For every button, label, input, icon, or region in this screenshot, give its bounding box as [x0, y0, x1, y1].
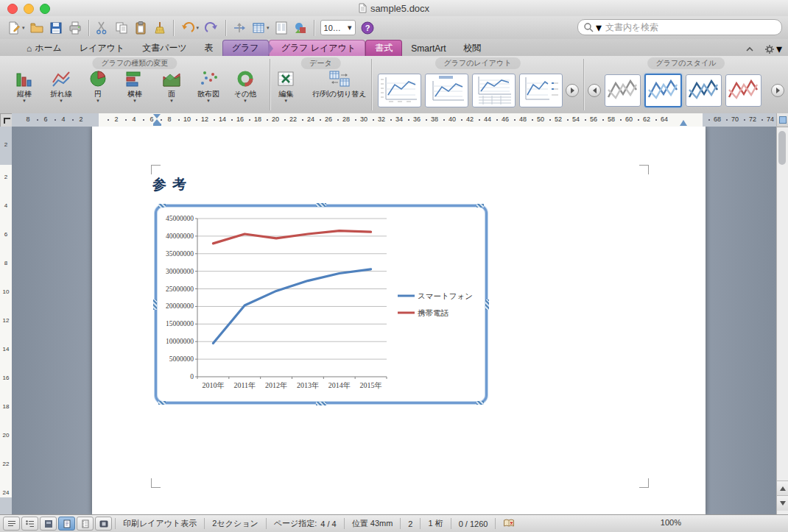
margin-crop-mark — [639, 478, 649, 488]
zoom-select[interactable]: 10…▾ — [320, 20, 356, 35]
svg-text:45000000: 45000000 — [166, 215, 194, 222]
chart-type-bar-button[interactable]: 横棒▼ — [116, 69, 153, 103]
excel-edit-icon — [276, 69, 295, 88]
tab-tables[interactable]: 表 — [196, 40, 222, 56]
chart-type-scatter-button[interactable]: 散布図▼ — [190, 69, 227, 103]
gear-menu-button[interactable]: ▾ — [764, 42, 782, 56]
svg-text:2013年: 2013年 — [297, 381, 319, 389]
chart-handle-bottom[interactable] — [316, 402, 326, 405]
chart-handle-corner[interactable] — [158, 401, 166, 405]
document-heading[interactable]: 参考 — [152, 175, 192, 194]
redo-button[interactable] — [201, 18, 222, 38]
help-button[interactable]: ? — [358, 18, 377, 38]
status-word-count[interactable]: 0 / 1260 — [451, 518, 496, 529]
navigation-button[interactable] — [230, 18, 249, 38]
chart-style-thumb-4[interactable] — [725, 74, 761, 107]
chart-layout-thumb-1[interactable] — [378, 74, 421, 107]
search-scope-arrow[interactable]: ▾ — [596, 21, 602, 35]
chart-type-line-button[interactable]: 折れ線▼ — [43, 69, 80, 103]
view-notebook-button[interactable] — [77, 517, 94, 531]
view-publishing-button[interactable] — [40, 517, 57, 531]
document-area: 参考 0500000010000000150000002000000025000… — [12, 127, 777, 515]
media-browser-button[interactable] — [291, 18, 310, 38]
vertical-scrollbar — [776, 113, 788, 515]
tab-format[interactable]: 書式 — [365, 40, 402, 56]
tab-chart-layout[interactable]: グラフ レイアウト — [269, 40, 366, 56]
status-sections: 2セクション — [204, 518, 265, 529]
chart-handle-corner[interactable] — [476, 204, 484, 208]
cut-button[interactable] — [93, 18, 112, 38]
chart-style-thumb-2-selected[interactable] — [644, 74, 682, 107]
chart-layout-thumb-3[interactable] — [472, 74, 516, 107]
status-position: 位置 43mm — [344, 518, 401, 529]
chart-style-thumb-1[interactable] — [605, 74, 641, 107]
chart-type-column-button[interactable]: 縦棒▼ — [6, 69, 43, 103]
group-chart-style: グラフのスタイル — [584, 56, 788, 113]
svg-text:?: ? — [365, 24, 370, 32]
view-print-layout-button[interactable] — [58, 517, 75, 531]
chart-type-pie-button[interactable]: 円▼ — [80, 69, 116, 103]
switch-row-column-button[interactable]: 行/列の切り替え — [307, 69, 371, 99]
svg-text:20000000: 20000000 — [166, 302, 194, 310]
group-chart-layout: グラフのレイアウト — [372, 56, 583, 113]
scrollbar-thumb[interactable] — [778, 131, 786, 165]
copy-button[interactable] — [112, 18, 131, 38]
svg-text:スマートフォン: スマートフォン — [418, 292, 473, 300]
status-line: 2 — [400, 518, 420, 529]
chart-type-other-button[interactable]: その他▼ — [227, 69, 264, 103]
scroll-up-button[interactable] — [777, 480, 788, 496]
chart-type-area-button[interactable]: 面▼ — [153, 69, 190, 103]
format-painter-button[interactable] — [150, 18, 169, 38]
chart-canvas: 0500000010000000150000002000000025000000… — [157, 207, 485, 397]
chart-layout-thumb-4[interactable] — [519, 74, 563, 107]
line-chart-icon — [51, 69, 71, 88]
chart-handle-corner[interactable] — [158, 204, 166, 208]
svg-text:35000000: 35000000 — [166, 250, 194, 258]
chart-style-thumb-3[interactable] — [686, 74, 722, 107]
search-icon — [583, 22, 594, 32]
chart-handle-right[interactable] — [485, 299, 489, 310]
print-button[interactable] — [66, 18, 85, 38]
search-input[interactable] — [604, 21, 776, 33]
view-outline-button[interactable] — [21, 517, 38, 531]
collapse-ribbon-button[interactable] — [745, 46, 754, 52]
svg-text:2012年: 2012年 — [265, 381, 287, 389]
view-focus-button[interactable] — [95, 517, 112, 531]
status-page[interactable]: ページ指定: 4 / 4 — [266, 518, 344, 529]
new-document-button[interactable]: ▾ — [4, 18, 27, 38]
indent-marker-right[interactable] — [680, 120, 687, 126]
scatter-chart-icon — [198, 69, 219, 88]
document-page[interactable]: 参考 0500000010000000150000002000000025000… — [92, 127, 706, 515]
document-proxy-icon — [359, 3, 367, 13]
search-field[interactable]: ▾ — [577, 19, 782, 35]
tab-charts[interactable]: グラフ — [222, 40, 269, 56]
chart-style-prev-button[interactable] — [588, 84, 601, 97]
columns-button[interactable] — [272, 18, 291, 38]
tab-document-elements[interactable]: 文書パーツ — [133, 40, 196, 56]
tab-smartart[interactable]: SmartArt — [402, 40, 454, 56]
scroll-down-button[interactable] — [777, 495, 788, 511]
view-draft-button[interactable] — [3, 517, 20, 531]
edit-data-button[interactable]: 編集▼ — [270, 69, 301, 103]
chart-layout-thumb-2[interactable] — [425, 74, 468, 107]
chart-handle-top[interactable] — [316, 203, 326, 207]
embedded-chart-object[interactable]: 0500000010000000150000002000000025000000… — [155, 205, 488, 404]
tab-review[interactable]: 校閲 — [455, 40, 490, 56]
tab-home[interactable]: ⌂ ホーム — [18, 40, 71, 56]
chart-style-next-button[interactable] — [771, 84, 784, 97]
chart-handle-left[interactable] — [153, 299, 157, 310]
standard-toolbar: ▾ ▾ — [0, 16, 788, 39]
word-window: sample5.docx ▾ — [0, 0, 788, 532]
save-button[interactable] — [46, 18, 66, 38]
spellcheck-status-icon[interactable] — [495, 518, 522, 529]
svg-text:2010年: 2010年 — [202, 381, 224, 389]
open-button[interactable] — [27, 18, 46, 38]
paste-button[interactable] — [131, 18, 150, 38]
insert-table-button[interactable]: ▾ — [249, 18, 272, 38]
undo-button[interactable]: ▾ — [177, 18, 202, 38]
tab-layout[interactable]: レイアウト — [71, 40, 133, 56]
chart-handle-corner[interactable] — [476, 401, 484, 405]
ruler-toggle-button[interactable] — [777, 113, 788, 127]
status-zoom[interactable]: 100% — [661, 518, 681, 527]
chart-layout-next-button[interactable] — [566, 84, 579, 97]
